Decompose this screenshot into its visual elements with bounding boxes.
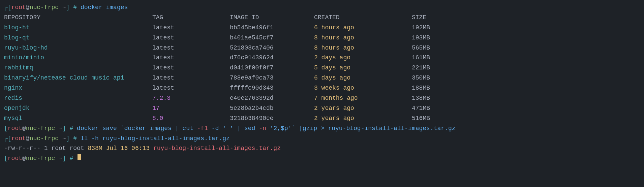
tag: latest: [152, 23, 230, 33]
header-image-id: IMAGE ID: [230, 13, 314, 23]
header-created: CREATED: [314, 13, 412, 23]
cmd-sed: sed: [244, 124, 255, 133]
size: 188MB: [412, 84, 430, 93]
final-prompt-line: [root@nuc-frpc ~] #: [0, 154, 644, 164]
created: 2 years ago: [314, 104, 412, 113]
repo-name: binaryify/netease_cloud_music_api: [4, 73, 152, 83]
repo-name: openjdk: [4, 104, 152, 113]
tag: latest: [152, 53, 230, 63]
file-permissions: -rw-r--r-- 1 root root: [4, 144, 88, 153]
table-row: binaryify/netease_cloud_music_apilatest7…: [0, 73, 644, 83]
created: 5 days ago: [314, 63, 412, 73]
header-repository: REPOSITORY: [4, 13, 152, 23]
header-size: SIZE: [412, 13, 426, 23]
image-id: fffffc90d343: [230, 84, 314, 93]
cmd-sed-n: [255, 124, 259, 133]
size: 221MB: [412, 63, 430, 73]
created: 8 hours ago: [314, 43, 412, 53]
tag: latest: [152, 84, 230, 93]
prompt-hash-2: #: [66, 124, 77, 133]
size: 350MB: [412, 73, 430, 83]
tag: latest: [152, 73, 230, 83]
created: 3 weeks ago: [314, 84, 412, 93]
size: 471MB: [412, 104, 430, 113]
file-name: ruyu-blog-install-all-images.tar.gz: [153, 144, 281, 153]
terminal: ┌[root@nuc-frpc ~] # docker images REPOS…: [0, 0, 644, 187]
prompt-bracket-open-3: ┌: [4, 134, 8, 144]
prompt-user-1: root: [11, 3, 26, 12]
repo-name: nginx: [4, 84, 152, 93]
size: 193MB: [412, 33, 430, 43]
tag: latest: [152, 43, 230, 53]
cmd-flag-f1: -f1: [197, 124, 208, 133]
table-row: blog-qtlatestb401ae545cf78 hours ago193M…: [0, 33, 644, 43]
prompt-bracket-open-4: [: [4, 154, 8, 163]
repo-name: mysql: [4, 114, 152, 123]
image-id: 3218b38490ce: [230, 114, 314, 123]
image-id: e40e2763392d: [230, 94, 314, 103]
prompt-path-2: ~: [55, 124, 62, 133]
created: 7 months ago: [314, 94, 412, 103]
header-tag: TAG: [152, 13, 230, 23]
table-row: nginxlatestfffffc90d3433 weeks ago188MB: [0, 83, 644, 93]
prompt-host-1: nuc-frpc: [30, 3, 59, 12]
command-line-2: [root@nuc-frpc ~] # docker save `docker …: [0, 124, 644, 134]
command-line-3: ┌[root@nuc-frpc ~] # ll -h ruyu-blog-ins…: [0, 134, 644, 144]
size: 192MB: [412, 23, 430, 33]
tag: 17: [152, 104, 230, 113]
created: 2 days ago: [314, 53, 412, 63]
prompt-hash-1: #: [70, 3, 81, 12]
image-id: 521803ca7406: [230, 43, 314, 53]
size: 161MB: [412, 53, 430, 63]
table-row: blog-htlatestbb545be496f16 hours ago192M…: [0, 23, 644, 33]
prompt-bracket-open-2: [: [4, 124, 8, 133]
prompt-hash-3: #: [70, 134, 81, 144]
prompt-user-4: root: [8, 154, 22, 163]
cmd-save-cont: -d ' ' |: [208, 124, 244, 133]
tag: latest: [152, 33, 230, 43]
prompt-bracket-open-1: ┌: [4, 3, 8, 12]
repo-name: blog-ht: [4, 23, 152, 33]
table-row: mysql8.03218b38490ce2 years ago516MB: [0, 114, 644, 124]
docker-images-header: REPOSITORYTAGIMAGE IDCREATEDSIZE: [0, 13, 644, 23]
size: 516MB: [412, 114, 430, 123]
table-row: rabbitmqlatestd0410f00f0f75 days ago221M…: [0, 63, 644, 73]
prompt-at-1: @: [26, 3, 30, 12]
created: 6 days ago: [314, 73, 412, 83]
tag: 8.0: [152, 114, 230, 123]
cmd-ll: ll -h ruyu-blog-install-all-images.tar.g…: [81, 134, 230, 144]
table-row: ruyu-blog-hdlatest521803ca74068 hours ag…: [0, 43, 644, 53]
repo-name: blog-qt: [4, 33, 152, 43]
file-listing-line: -rw-r--r-- 1 root root 838M Jul 16 06:13…: [0, 144, 644, 154]
cmd-flag-n: -n: [259, 124, 266, 133]
command-line-1: ┌[root@nuc-frpc ~] # docker images: [0, 3, 644, 13]
size: 565MB: [412, 43, 430, 53]
repo-name: ruyu-blog-hd: [4, 43, 152, 53]
image-id: d0410f00f0f7: [230, 63, 314, 73]
prompt-bracket-close-1: ]: [66, 3, 70, 12]
prompt-at-3: @: [26, 134, 30, 144]
prompt-bracket-1: [: [8, 3, 11, 12]
prompt-bracket-close-2: ]: [62, 124, 66, 133]
file-date: Jul 16 06:13: [102, 144, 153, 153]
prompt-at-2: @: [22, 124, 26, 133]
prompt-host-3: nuc-frpc: [30, 134, 59, 144]
table-row: openjdk175e28ba2b4cdb2 years ago471MB: [0, 103, 644, 114]
cmd-docker-save: docker save `docker images | cut: [77, 124, 197, 133]
prompt-hash-4: #: [66, 154, 77, 163]
size: 138MB: [412, 94, 430, 103]
prompt-host-4: nuc-frpc: [26, 154, 55, 163]
prompt-path-3: ~: [59, 134, 66, 144]
created: 8 hours ago: [314, 33, 412, 43]
repo-name: rabbitmq: [4, 63, 152, 73]
prompt-user-3: root: [11, 134, 26, 144]
image-id: d76c91439624: [230, 53, 314, 63]
prompt-path-1: ~: [59, 3, 66, 12]
image-id: bb545be496f1: [230, 23, 314, 33]
prompt-at-4: @: [22, 154, 26, 163]
terminal-cursor: [78, 154, 81, 160]
file-size: 838M: [88, 144, 102, 153]
prompt-user-2: root: [8, 124, 22, 133]
cmd-docker-images: docker images: [81, 3, 128, 12]
tag: 7.2.3: [152, 94, 230, 103]
